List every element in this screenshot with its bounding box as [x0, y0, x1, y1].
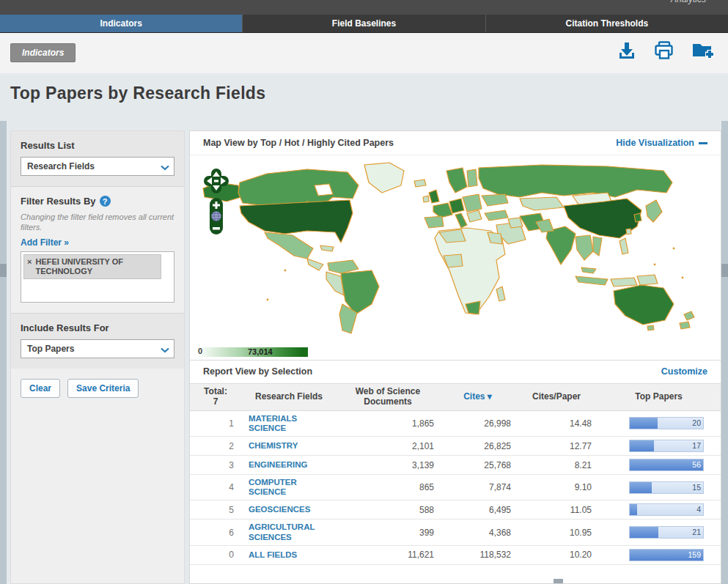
tab-citation-thresholds[interactable]: Citation Thresholds: [485, 15, 728, 32]
map-controls: [203, 168, 229, 235]
top-papers-bar: 17: [629, 440, 704, 452]
toolbar: Indicators: [0, 33, 728, 73]
table-header-row: Total: 7 Research Fields Web of Science …: [190, 384, 721, 411]
row-documents: 2,101: [337, 437, 439, 456]
clear-button[interactable]: Clear: [21, 379, 60, 398]
breadcrumb-indicators-button[interactable]: Indicators: [10, 43, 76, 62]
row-cites: 26,998: [439, 410, 516, 436]
table-row: 2 CHEMISTRY 2,101 26,825 12.77 17: [190, 437, 721, 456]
row-rank: 3: [190, 456, 241, 475]
col-total: Total: 7: [190, 384, 241, 411]
filters-sidebar: Results List Research Fields Filter Resu…: [10, 130, 185, 584]
row-cites-per-paper: 8.21: [516, 456, 597, 475]
research-field-link[interactable]: ENGINEERING: [249, 460, 331, 470]
table-row: 3 ENGINEERING 3,139 25,768 8.21 56: [190, 456, 721, 475]
row-cites-per-paper: 10.20: [516, 545, 597, 564]
toolbar-icons: [617, 40, 715, 60]
row-cites: 6,495: [439, 500, 516, 520]
top-papers-bar-fill: [630, 527, 658, 538]
top-papers-bar: 4: [629, 503, 704, 516]
app-window: Analytics Indicators Field Baselines Cit…: [0, 0, 728, 584]
col-cites-per-paper: Cites/Paper: [516, 384, 597, 411]
app-top-bar: Analytics: [0, 0, 728, 15]
filter-section: Filter Results By ? Changing the filter …: [11, 186, 184, 313]
page-title: Top Papers by Research Fields: [10, 84, 265, 103]
left-splitter-track[interactable]: [0, 121, 7, 584]
chevron-down-icon: [161, 163, 169, 173]
row-documents: 1,865: [337, 410, 439, 436]
top-papers-bar: 15: [629, 481, 704, 494]
research-field-link[interactable]: AGRICULTURAL SCIENCES: [249, 522, 331, 542]
research-field-link[interactable]: CHEMISTRY: [249, 441, 331, 451]
remove-filter-icon[interactable]: ×: [27, 257, 32, 267]
right-scrollbar-handle[interactable]: [721, 264, 728, 277]
include-results-label: Include Results For: [21, 322, 174, 333]
row-cites: 7,874: [439, 475, 516, 500]
results-list-value: Research Fields: [27, 161, 95, 171]
row-documents: 11,621: [337, 545, 439, 564]
brand-text: Analytics: [671, 0, 706, 4]
minus-icon: [699, 142, 707, 144]
row-documents: 865: [337, 475, 439, 500]
results-list-select[interactable]: Research Fields: [21, 157, 174, 176]
top-papers-bar: 56: [629, 459, 704, 471]
filter-chip[interactable]: × HEFEI UNIVERSITY OF TECHNOLOGY: [23, 254, 161, 279]
map-legend: 0 73,014: [196, 347, 308, 357]
col-top-papers: Top Papers: [597, 384, 721, 411]
legend-max-label: 73,014: [248, 347, 273, 356]
results-list-section: Results List Research Fields: [11, 131, 184, 186]
right-scrollbar-track[interactable]: [721, 121, 728, 584]
map-pan-control[interactable]: [203, 168, 229, 194]
download-icon[interactable]: [617, 41, 636, 60]
map-title: Map View by Top / Hot / Highly Cited Pap…: [203, 138, 394, 148]
top-papers-bar-fill: [630, 504, 637, 515]
table-row: 4 COMPUTER SCIENCE 865 7,874 9.10 15: [190, 475, 721, 500]
top-papers-bar: 21: [629, 526, 704, 539]
col-cites-sort[interactable]: Cites ▾: [439, 384, 516, 411]
horizontal-scroll-thumb[interactable]: [554, 579, 563, 583]
row-rank: 6: [190, 520, 241, 545]
top-papers-value: 56: [692, 459, 701, 470]
results-list-label: Results List: [21, 140, 174, 151]
row-cites-per-paper: 10.95: [516, 520, 597, 545]
top-papers-value: 15: [692, 482, 701, 493]
row-cites: 25,768: [439, 456, 516, 475]
tab-indicators[interactable]: Indicators: [0, 15, 242, 32]
add-filter-link[interactable]: Add Filter »: [21, 237, 69, 248]
hide-visualization-link[interactable]: Hide Visualization: [616, 138, 707, 148]
report-table-body: 1 MATERIALS SCIENCE 1,865 26,998 14.48 2…: [190, 410, 721, 564]
save-criteria-button[interactable]: Save Criteria: [67, 379, 139, 398]
customize-link[interactable]: Customize: [661, 366, 707, 377]
table-row: 1 MATERIALS SCIENCE 1,865 26,998 14.48 2…: [190, 410, 721, 436]
world-map[interactable]: [197, 160, 715, 336]
row-rank: 0: [190, 545, 241, 564]
include-results-select[interactable]: Top Papers: [21, 339, 174, 358]
row-rank: 4: [190, 475, 241, 500]
top-papers-value: 17: [692, 440, 701, 451]
row-cites: 118,532: [439, 545, 516, 564]
map-zoom-control[interactable]: [209, 197, 229, 235]
content-area: Top Papers by Research Fields Results Li…: [0, 73, 728, 584]
report-table: Total: 7 Research Fields Web of Science …: [190, 383, 721, 565]
table-row: 0 ALL FIELDS 11,621 118,532 10.20 159: [190, 545, 721, 564]
research-field-link[interactable]: COMPUTER SCIENCE: [249, 478, 331, 497]
col-research-fields: Research Fields: [241, 384, 337, 411]
research-field-link[interactable]: ALL FIELDS: [249, 550, 331, 560]
report-section-header: Report View by Selection Customize: [190, 360, 721, 382]
row-cites-per-paper: 14.48: [516, 410, 597, 436]
include-results-value: Top Papers: [27, 344, 74, 354]
research-field-link[interactable]: MATERIALS SCIENCE: [249, 414, 331, 433]
row-cites: 4,368: [439, 520, 516, 545]
research-field-link[interactable]: GEOSCIENCES: [249, 505, 331, 514]
top-papers-bar: 159: [629, 549, 704, 561]
row-cites-per-paper: 9.10: [516, 475, 597, 500]
report-title: Report View by Selection: [203, 366, 312, 377]
row-rank: 5: [190, 500, 241, 520]
tab-field-baselines[interactable]: Field Baselines: [242, 15, 485, 32]
row-rank: 1: [190, 410, 241, 436]
left-splitter-handle[interactable]: [0, 264, 7, 277]
print-icon[interactable]: [654, 40, 674, 60]
folder-add-icon[interactable]: [691, 41, 715, 60]
active-filters-box: × HEFEI UNIVERSITY OF TECHNOLOGY: [21, 251, 174, 303]
help-icon[interactable]: ?: [100, 196, 111, 207]
